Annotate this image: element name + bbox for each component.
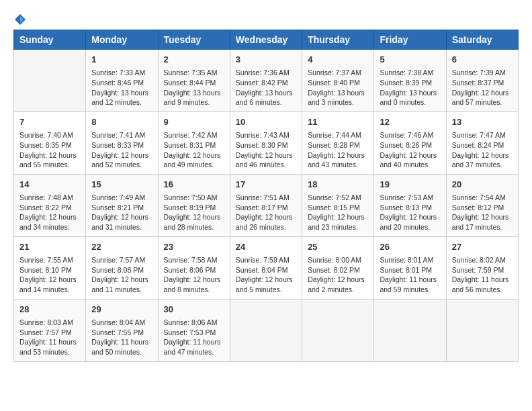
day-number: 29 [91,304,152,316]
cell-content: Sunrise: 7:55 AM Sunset: 8:10 PM Dayligh… [19,255,80,295]
day-number: 19 [380,179,440,191]
calendar-cell: 8Sunrise: 7:41 AM Sunset: 8:33 PM Daylig… [86,111,158,174]
calendar-cell [14,50,86,112]
calendar-cell: 4Sunrise: 7:37 AM Sunset: 8:40 PM Daylig… [302,50,374,112]
cell-content: Sunrise: 7:52 AM Sunset: 8:15 PM Dayligh… [308,193,368,232]
header-thursday: Thursday [302,30,374,50]
day-number: 28 [19,304,80,316]
cell-content: Sunrise: 7:51 AM Sunset: 8:17 PM Dayligh… [236,193,296,232]
day-number: 17 [236,179,296,191]
week-row-5: 28Sunrise: 8:03 AM Sunset: 7:57 PM Dayli… [14,299,519,361]
cell-content: Sunrise: 7:50 AM Sunset: 8:19 PM Dayligh… [164,193,224,232]
calendar-cell: 15Sunrise: 7:49 AM Sunset: 8:21 PM Dayli… [86,174,158,236]
calendar-cell: 16Sunrise: 7:50 AM Sunset: 8:19 PM Dayli… [158,174,230,236]
page-header [13,13,519,23]
calendar-cell: 19Sunrise: 7:53 AM Sunset: 8:13 PM Dayli… [374,174,446,236]
calendar-cell [302,299,374,361]
day-number: 26 [380,241,440,253]
cell-content: Sunrise: 8:00 AM Sunset: 8:02 PM Dayligh… [308,255,368,295]
day-number: 7 [19,116,80,128]
day-number: 4 [308,54,368,66]
week-row-1: 1Sunrise: 7:33 AM Sunset: 8:46 PM Daylig… [14,50,519,112]
header-wednesday: Wednesday [230,30,302,50]
header-saturday: Saturday [446,30,518,50]
day-number: 15 [91,179,152,191]
day-number: 2 [164,54,224,66]
calendar-cell: 23Sunrise: 7:58 AM Sunset: 8:06 PM Dayli… [158,236,230,299]
calendar-cell: 2Sunrise: 7:35 AM Sunset: 8:44 PM Daylig… [158,50,230,112]
day-number: 24 [236,241,296,253]
calendar-table: SundayMondayTuesdayWednesdayThursdayFrid… [13,30,519,362]
calendar-cell: 3Sunrise: 7:36 AM Sunset: 8:42 PM Daylig… [230,50,302,112]
calendar-cell: 13Sunrise: 7:47 AM Sunset: 8:24 PM Dayli… [446,111,518,174]
cell-content: Sunrise: 8:04 AM Sunset: 7:55 PM Dayligh… [91,318,152,357]
week-row-3: 14Sunrise: 7:48 AM Sunset: 8:22 PM Dayli… [14,174,519,236]
calendar-cell: 11Sunrise: 7:44 AM Sunset: 8:28 PM Dayli… [302,111,374,174]
calendar-cell: 25Sunrise: 8:00 AM Sunset: 8:02 PM Dayli… [302,236,374,299]
calendar-cell: 24Sunrise: 7:59 AM Sunset: 8:04 PM Dayli… [230,236,302,299]
calendar-cell: 18Sunrise: 7:52 AM Sunset: 8:15 PM Dayli… [302,174,374,236]
calendar-header-row: SundayMondayTuesdayWednesdayThursdayFrid… [14,30,519,50]
day-number: 3 [236,54,296,66]
day-number: 25 [308,241,368,253]
cell-content: Sunrise: 7:38 AM Sunset: 8:39 PM Dayligh… [380,68,440,107]
cell-content: Sunrise: 7:44 AM Sunset: 8:28 PM Dayligh… [308,130,368,170]
cell-content: Sunrise: 7:48 AM Sunset: 8:22 PM Dayligh… [19,193,80,232]
day-number: 13 [452,116,513,128]
cell-content: Sunrise: 7:47 AM Sunset: 8:24 PM Dayligh… [452,130,513,170]
day-number: 14 [19,179,80,191]
calendar-cell [374,299,446,361]
header-sunday: Sunday [14,30,86,50]
calendar-cell: 7Sunrise: 7:40 AM Sunset: 8:35 PM Daylig… [14,111,86,174]
day-number: 21 [19,241,80,253]
header-tuesday: Tuesday [158,30,230,50]
day-number: 27 [452,241,513,253]
cell-content: Sunrise: 7:59 AM Sunset: 8:04 PM Dayligh… [236,255,296,295]
day-number: 10 [236,116,296,128]
calendar-cell: 14Sunrise: 7:48 AM Sunset: 8:22 PM Dayli… [14,174,86,236]
cell-content: Sunrise: 7:41 AM Sunset: 8:33 PM Dayligh… [91,130,152,170]
day-number: 23 [164,241,224,253]
cell-content: Sunrise: 7:39 AM Sunset: 8:37 PM Dayligh… [452,68,513,107]
calendar-cell [446,299,518,361]
calendar-cell: 27Sunrise: 8:02 AM Sunset: 7:59 PM Dayli… [446,236,518,299]
cell-content: Sunrise: 7:49 AM Sunset: 8:21 PM Dayligh… [91,193,152,232]
cell-content: Sunrise: 7:57 AM Sunset: 8:08 PM Dayligh… [91,255,152,295]
day-number: 9 [164,116,224,128]
day-number: 1 [91,54,152,66]
day-number: 11 [308,116,368,128]
calendar-cell: 28Sunrise: 8:03 AM Sunset: 7:57 PM Dayli… [14,299,86,361]
day-number: 6 [452,54,513,66]
calendar-cell: 1Sunrise: 7:33 AM Sunset: 8:46 PM Daylig… [86,50,158,112]
header-friday: Friday [374,30,446,50]
cell-content: Sunrise: 7:53 AM Sunset: 8:13 PM Dayligh… [380,193,440,232]
week-row-2: 7Sunrise: 7:40 AM Sunset: 8:35 PM Daylig… [14,111,519,174]
day-number: 20 [452,179,513,191]
calendar-cell: 30Sunrise: 8:06 AM Sunset: 7:53 PM Dayli… [158,299,230,361]
cell-content: Sunrise: 7:37 AM Sunset: 8:40 PM Dayligh… [308,68,368,107]
cell-content: Sunrise: 7:54 AM Sunset: 8:12 PM Dayligh… [452,193,513,232]
cell-content: Sunrise: 7:42 AM Sunset: 8:31 PM Dayligh… [164,130,224,170]
week-row-4: 21Sunrise: 7:55 AM Sunset: 8:10 PM Dayli… [14,236,519,299]
cell-content: Sunrise: 7:40 AM Sunset: 8:35 PM Dayligh… [19,130,80,170]
day-number: 16 [164,179,224,191]
day-number: 8 [91,116,152,128]
cell-content: Sunrise: 7:43 AM Sunset: 8:30 PM Dayligh… [236,130,296,170]
day-number: 18 [308,179,368,191]
header-monday: Monday [86,30,158,50]
day-number: 12 [380,116,440,128]
cell-content: Sunrise: 8:02 AM Sunset: 7:59 PM Dayligh… [452,255,513,295]
cell-content: Sunrise: 7:33 AM Sunset: 8:46 PM Dayligh… [91,68,152,107]
cell-content: Sunrise: 8:03 AM Sunset: 7:57 PM Dayligh… [19,318,80,357]
day-number: 5 [380,54,440,66]
cell-content: Sunrise: 7:46 AM Sunset: 8:26 PM Dayligh… [380,130,440,170]
calendar-cell: 9Sunrise: 7:42 AM Sunset: 8:31 PM Daylig… [158,111,230,174]
calendar-cell: 22Sunrise: 7:57 AM Sunset: 8:08 PM Dayli… [86,236,158,299]
calendar-cell: 6Sunrise: 7:39 AM Sunset: 8:37 PM Daylig… [446,50,518,112]
calendar-cell: 17Sunrise: 7:51 AM Sunset: 8:17 PM Dayli… [230,174,302,236]
cell-content: Sunrise: 8:01 AM Sunset: 8:01 PM Dayligh… [380,255,440,295]
calendar-cell: 5Sunrise: 7:38 AM Sunset: 8:39 PM Daylig… [374,50,446,112]
calendar-cell: 29Sunrise: 8:04 AM Sunset: 7:55 PM Dayli… [86,299,158,361]
day-number: 22 [91,241,152,253]
calendar-cell: 26Sunrise: 8:01 AM Sunset: 8:01 PM Dayli… [374,236,446,299]
